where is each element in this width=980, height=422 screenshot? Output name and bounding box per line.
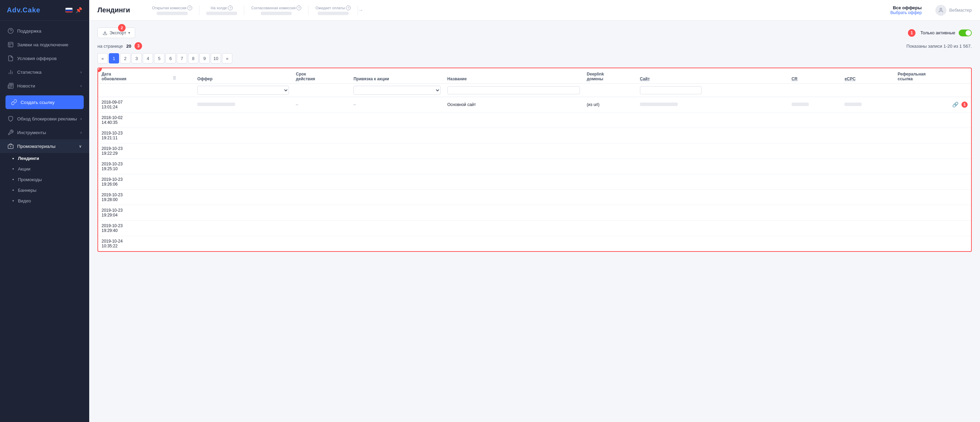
sidebar-item-adblocker[interactable]: Обход блокировки рекламы › <box>0 112 89 126</box>
sidebar-subitem-promo-codes[interactable]: Промокоды <box>0 174 89 185</box>
filter-promo[interactable] <box>350 84 444 97</box>
stat-label-awaiting-payment: Ожидает оплаты ? <box>315 5 351 10</box>
export-button[interactable]: Экспорт ▾ <box>97 27 135 38</box>
pagination-page-10[interactable]: 10 <box>211 53 221 64</box>
sidebar-item-support[interactable]: Поддержка <box>0 24 89 38</box>
sidebar-item-requests[interactable]: Заявки на подключение <box>0 38 89 51</box>
cell-date: 2019-10-2319:29:40 <box>98 221 168 236</box>
header-stats: Открытая комиссия ? На холде ? Согласова… <box>145 5 877 15</box>
sidebar-subitem-landings[interactable]: Лендинги <box>0 153 89 164</box>
table-row: 2019-10-2319:21:11 <box>98 128 971 143</box>
cell-date: 2019-10-2319:26:06 <box>98 174 168 190</box>
cell-empty <box>168 221 971 236</box>
stat-question-agreed-commission[interactable]: ? <box>296 5 301 10</box>
sidebar-subitem-video[interactable]: Видео <box>0 196 89 206</box>
col-header-cr[interactable]: CR <box>788 68 842 84</box>
pagination-page-7[interactable]: 7 <box>177 53 187 64</box>
pagination-page-8[interactable]: 8 <box>188 53 198 64</box>
svg-point-9 <box>940 8 942 10</box>
cell-sort <box>168 97 194 113</box>
action-area: 🔗 5 <box>898 102 968 108</box>
landings-table: Датаобновления Оффер Срокдействия Привяз… <box>98 68 971 251</box>
site-filter-input[interactable] <box>640 86 702 94</box>
sidebar-item-create-link[interactable]: Создать ссылку <box>5 96 84 109</box>
sub-item-label: Акции <box>18 166 30 172</box>
col-header-site[interactable]: Сайт <box>636 68 788 84</box>
annotation-badge-2: 2 <box>118 24 126 32</box>
sidebar-item-tools[interactable]: Инструменты › <box>0 126 89 139</box>
pagination-next[interactable]: » <box>222 53 232 64</box>
table-row: 2018-09-0713:01:24 – – Основной сайт (из… <box>98 97 971 113</box>
logo-area: Adv.Cake 📌 <box>0 0 89 21</box>
sidebar-subitem-actions[interactable]: Акции <box>0 164 89 174</box>
cell-cr <box>788 97 842 113</box>
content: Экспорт ▾ 2 1 Только активные на страниц… <box>89 21 980 422</box>
sidebar-item-promo[interactable]: Промоматериалы ∨ <box>0 139 89 153</box>
table-row: 2019-10-2319:26:06 <box>98 174 971 190</box>
pagination-page-9[interactable]: 9 <box>199 53 210 64</box>
select-offer-link[interactable]: Выбрать оффер <box>891 10 922 15</box>
pin-icon[interactable]: 📌 <box>75 7 82 13</box>
stat-agreed-commission: Согласованная комиссия ? <box>244 5 309 15</box>
records-info: Показаны записи 1-20 из 1 567. <box>907 44 972 49</box>
copy-link-icon[interactable]: 🔗 <box>952 102 959 108</box>
filter-ref-link <box>894 84 971 97</box>
cell-offer <box>194 113 292 128</box>
filter-site[interactable] <box>636 84 788 97</box>
cell-name: Основной сайт <box>444 97 584 113</box>
sidebar-item-label: Обход блокировки рекламы <box>17 116 77 121</box>
chevron-down-icon: › <box>80 70 82 74</box>
table-row: 2018-10-0214:40:35 <box>98 113 971 128</box>
col-header-name: Название <box>444 68 584 84</box>
promo-filter-select[interactable] <box>353 86 440 95</box>
pagination-page-2[interactable]: 2 <box>120 53 130 64</box>
filter-name[interactable] <box>444 84 584 97</box>
stat-question-awaiting-payment[interactable]: ? <box>346 5 351 10</box>
table-row: 2019-10-2410:35:22 <box>98 236 971 252</box>
sidebar-item-label: Новости <box>17 83 35 89</box>
all-offers-title: Все офферы <box>893 5 922 10</box>
filter-offer[interactable] <box>194 84 292 97</box>
col-header-sort[interactable] <box>168 68 194 84</box>
filter-sort <box>168 84 194 97</box>
cell-name <box>444 113 584 128</box>
stat-question-on-hold[interactable]: ? <box>228 5 233 10</box>
table-header-row: Датаобновления Оффер Срокдействия Привяз… <box>98 68 971 84</box>
col-header-deeplink: Deeplinkдомены <box>583 68 636 84</box>
col-header-promo: Привязка к акции <box>350 68 444 84</box>
cell-offer <box>194 97 292 113</box>
table-container: 4 Датаобновления Оффер Срокдействия Прив… <box>97 68 972 252</box>
sidebar-subitem-banners[interactable]: Баннеры <box>0 185 89 196</box>
sidebar-item-stats[interactable]: Статистика › <box>0 65 89 79</box>
only-active-toggle[interactable] <box>959 30 972 37</box>
cell-date: 2018-10-0214:40:35 <box>98 113 168 128</box>
col-header-ref-link: Реферальнаяссылка <box>894 68 971 84</box>
sidebar-item-news[interactable]: Новости › <box>0 79 89 92</box>
pagination-page-5[interactable]: 5 <box>154 53 164 64</box>
cell-sort <box>168 113 194 128</box>
col-header-offer: Оффер <box>194 68 292 84</box>
offer-filter-select[interactable] <box>197 86 289 95</box>
sidebar-item-offer-conditions[interactable]: Условия офферов <box>0 51 89 65</box>
shield-icon <box>8 116 14 122</box>
cell-ecpc <box>841 97 894 113</box>
tools-icon <box>8 129 14 135</box>
pagination-page-4[interactable]: 4 <box>143 53 153 64</box>
name-filter-input[interactable] <box>447 86 580 94</box>
col-header-date: Датаобновления <box>98 68 168 84</box>
stat-question-open-commission[interactable]: ? <box>187 5 192 10</box>
pagination-page-1[interactable]: 1 <box>109 53 119 64</box>
filter-deeplink <box>583 84 636 97</box>
pagination-prev[interactable]: « <box>97 53 108 64</box>
col-header-ecpc[interactable]: eCPC <box>841 68 894 84</box>
table-row: 2019-10-2319:28:00 <box>98 190 971 205</box>
stat-label-on-hold: На холде ? <box>211 5 233 10</box>
pagination-page-3[interactable]: 3 <box>131 53 142 64</box>
pagination-page-6[interactable]: 6 <box>165 53 176 64</box>
cell-empty <box>168 174 971 190</box>
sidebar-item-label: Статистика <box>17 70 41 75</box>
header-offers: Все офферы Выбрать оффер <box>885 5 927 15</box>
flag-icon[interactable] <box>65 8 73 13</box>
cell-empty <box>168 236 971 252</box>
header-user: Вебмастер <box>935 5 972 16</box>
